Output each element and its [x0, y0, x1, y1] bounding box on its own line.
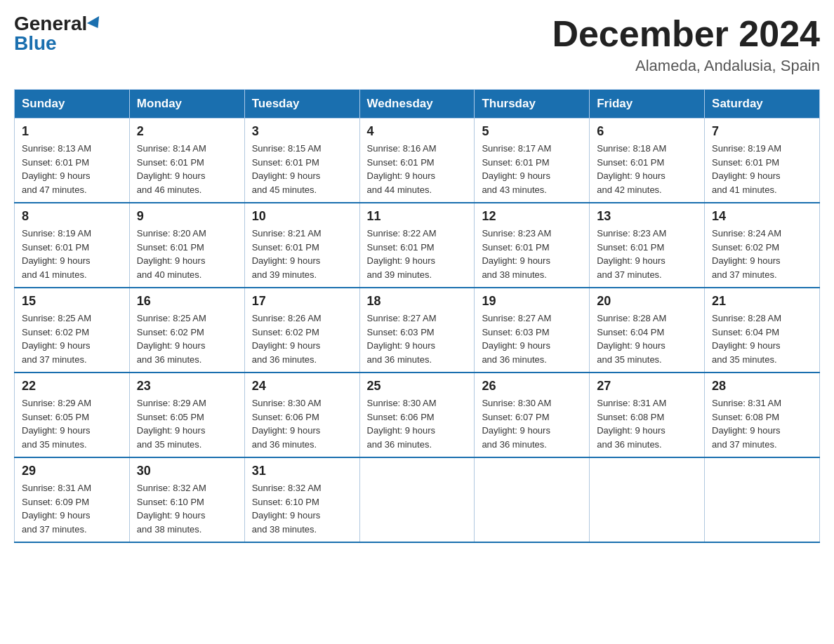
- calendar-cell: 12Sunrise: 8:23 AMSunset: 6:01 PMDayligh…: [475, 203, 590, 288]
- day-number: 6: [597, 124, 697, 139]
- day-info: Sunrise: 8:32 AMSunset: 6:10 PMDaylight:…: [137, 481, 237, 536]
- calendar-cell: 25Sunrise: 8:30 AMSunset: 6:06 PMDayligh…: [359, 373, 475, 457]
- day-info: Sunrise: 8:22 AMSunset: 6:01 PMDaylight:…: [367, 227, 468, 281]
- day-number: 14: [712, 209, 812, 224]
- day-number: 16: [137, 294, 237, 309]
- day-number: 20: [597, 294, 697, 309]
- calendar-cell: 14Sunrise: 8:24 AMSunset: 6:02 PMDayligh…: [705, 203, 820, 288]
- day-info: Sunrise: 8:18 AMSunset: 6:01 PMDaylight:…: [597, 142, 697, 196]
- logo-triangle-icon: [87, 16, 104, 32]
- day-info: Sunrise: 8:24 AMSunset: 6:02 PMDaylight:…: [712, 227, 812, 281]
- calendar-cell: 1Sunrise: 8:13 AMSunset: 6:01 PMDaylight…: [15, 119, 130, 203]
- calendar-cell: 8Sunrise: 8:19 AMSunset: 6:01 PMDaylight…: [15, 203, 130, 288]
- day-number: 15: [22, 294, 122, 309]
- day-info: Sunrise: 8:28 AMSunset: 6:04 PMDaylight:…: [597, 311, 697, 366]
- day-info: Sunrise: 8:14 AMSunset: 6:01 PMDaylight:…: [137, 142, 237, 196]
- calendar-cell: 6Sunrise: 8:18 AMSunset: 6:01 PMDaylight…: [590, 119, 705, 203]
- calendar-cell: 10Sunrise: 8:21 AMSunset: 6:01 PMDayligh…: [244, 203, 359, 288]
- day-info: Sunrise: 8:26 AMSunset: 6:02 PMDaylight:…: [252, 311, 352, 366]
- day-info: Sunrise: 8:16 AMSunset: 6:01 PMDaylight:…: [367, 142, 468, 196]
- calendar-cell: 5Sunrise: 8:17 AMSunset: 6:01 PMDaylight…: [475, 119, 590, 203]
- day-number: 23: [137, 379, 237, 394]
- calendar-cell: 7Sunrise: 8:19 AMSunset: 6:01 PMDaylight…: [705, 119, 820, 203]
- calendar-cell: 9Sunrise: 8:20 AMSunset: 6:01 PMDaylight…: [129, 203, 244, 288]
- day-info: Sunrise: 8:13 AMSunset: 6:01 PMDaylight:…: [22, 142, 122, 196]
- day-number: 17: [252, 294, 352, 309]
- day-number: 7: [712, 124, 812, 139]
- day-number: 5: [482, 124, 582, 139]
- day-number: 26: [482, 379, 582, 394]
- calendar-table: SundayMondayTuesdayWednesdayThursdayFrid…: [14, 89, 820, 543]
- calendar-cell: 16Sunrise: 8:25 AMSunset: 6:02 PMDayligh…: [129, 288, 244, 373]
- day-info: Sunrise: 8:31 AMSunset: 6:08 PMDaylight:…: [597, 396, 697, 451]
- day-info: Sunrise: 8:29 AMSunset: 6:05 PMDaylight:…: [137, 396, 237, 451]
- calendar-cell: 26Sunrise: 8:30 AMSunset: 6:07 PMDayligh…: [475, 373, 590, 457]
- calendar-cell: 3Sunrise: 8:15 AMSunset: 6:01 PMDaylight…: [244, 119, 359, 203]
- day-info: Sunrise: 8:23 AMSunset: 6:01 PMDaylight:…: [482, 227, 582, 281]
- day-number: 1: [22, 124, 122, 139]
- day-info: Sunrise: 8:21 AMSunset: 6:01 PMDaylight:…: [252, 227, 352, 281]
- day-of-week-header: Thursday: [475, 90, 590, 119]
- day-number: 9: [137, 209, 237, 224]
- calendar-cell: [590, 457, 705, 542]
- title-section: December 2024 Alameda, Andalusia, Spain: [552, 14, 820, 75]
- day-number: 12: [482, 209, 582, 224]
- day-number: 30: [137, 464, 237, 478]
- day-of-week-header: Tuesday: [244, 90, 359, 119]
- calendar-cell: 11Sunrise: 8:22 AMSunset: 6:01 PMDayligh…: [359, 203, 475, 288]
- day-of-week-header: Friday: [590, 90, 705, 119]
- day-of-week-header: Sunday: [15, 90, 130, 119]
- calendar-cell: [359, 457, 475, 542]
- calendar-cell: 29Sunrise: 8:31 AMSunset: 6:09 PMDayligh…: [15, 457, 130, 542]
- day-of-week-header: Monday: [129, 90, 244, 119]
- day-info: Sunrise: 8:31 AMSunset: 6:08 PMDaylight:…: [712, 396, 812, 451]
- month-title: December 2024: [552, 14, 820, 54]
- day-info: Sunrise: 8:25 AMSunset: 6:02 PMDaylight:…: [137, 311, 237, 366]
- calendar-week-row: 22Sunrise: 8:29 AMSunset: 6:05 PMDayligh…: [15, 373, 820, 457]
- page-header: General Blue December 2024 Alameda, Anda…: [14, 14, 820, 75]
- calendar-cell: 19Sunrise: 8:27 AMSunset: 6:03 PMDayligh…: [475, 288, 590, 373]
- calendar-cell: 4Sunrise: 8:16 AMSunset: 6:01 PMDaylight…: [359, 119, 475, 203]
- calendar-cell: 31Sunrise: 8:32 AMSunset: 6:10 PMDayligh…: [244, 457, 359, 542]
- calendar-cell: [705, 457, 820, 542]
- calendar-week-row: 29Sunrise: 8:31 AMSunset: 6:09 PMDayligh…: [15, 457, 820, 542]
- day-number: 25: [367, 379, 468, 394]
- calendar-cell: 20Sunrise: 8:28 AMSunset: 6:04 PMDayligh…: [590, 288, 705, 373]
- day-number: 10: [252, 209, 352, 224]
- day-number: 18: [367, 294, 468, 309]
- day-number: 31: [252, 464, 352, 478]
- logo: General Blue: [14, 14, 102, 53]
- location: Alameda, Andalusia, Spain: [552, 57, 820, 75]
- day-info: Sunrise: 8:29 AMSunset: 6:05 PMDaylight:…: [22, 396, 122, 451]
- day-info: Sunrise: 8:19 AMSunset: 6:01 PMDaylight:…: [22, 227, 122, 281]
- calendar-cell: [475, 457, 590, 542]
- day-info: Sunrise: 8:25 AMSunset: 6:02 PMDaylight:…: [22, 311, 122, 366]
- day-number: 2: [137, 124, 237, 139]
- day-number: 21: [712, 294, 812, 309]
- day-number: 3: [252, 124, 352, 139]
- day-info: Sunrise: 8:32 AMSunset: 6:10 PMDaylight:…: [252, 481, 352, 536]
- day-info: Sunrise: 8:31 AMSunset: 6:09 PMDaylight:…: [22, 481, 122, 536]
- calendar-cell: 15Sunrise: 8:25 AMSunset: 6:02 PMDayligh…: [15, 288, 130, 373]
- day-info: Sunrise: 8:19 AMSunset: 6:01 PMDaylight:…: [712, 142, 812, 196]
- day-number: 13: [597, 209, 697, 224]
- calendar-cell: 27Sunrise: 8:31 AMSunset: 6:08 PMDayligh…: [590, 373, 705, 457]
- day-info: Sunrise: 8:23 AMSunset: 6:01 PMDaylight:…: [597, 227, 697, 281]
- calendar-week-row: 8Sunrise: 8:19 AMSunset: 6:01 PMDaylight…: [15, 203, 820, 288]
- calendar-cell: 18Sunrise: 8:27 AMSunset: 6:03 PMDayligh…: [359, 288, 475, 373]
- day-number: 4: [367, 124, 468, 139]
- calendar-cell: 22Sunrise: 8:29 AMSunset: 6:05 PMDayligh…: [15, 373, 130, 457]
- day-number: 24: [252, 379, 352, 394]
- calendar-cell: 21Sunrise: 8:28 AMSunset: 6:04 PMDayligh…: [705, 288, 820, 373]
- day-number: 19: [482, 294, 582, 309]
- calendar-cell: 17Sunrise: 8:26 AMSunset: 6:02 PMDayligh…: [244, 288, 359, 373]
- day-number: 8: [22, 209, 122, 224]
- day-info: Sunrise: 8:20 AMSunset: 6:01 PMDaylight:…: [137, 227, 237, 281]
- calendar-cell: 30Sunrise: 8:32 AMSunset: 6:10 PMDayligh…: [129, 457, 244, 542]
- day-info: Sunrise: 8:30 AMSunset: 6:06 PMDaylight:…: [252, 396, 352, 451]
- logo-general-text: General: [14, 14, 87, 34]
- day-info: Sunrise: 8:27 AMSunset: 6:03 PMDaylight:…: [367, 311, 468, 366]
- calendar-week-row: 1Sunrise: 8:13 AMSunset: 6:01 PMDaylight…: [15, 119, 820, 203]
- calendar-cell: 23Sunrise: 8:29 AMSunset: 6:05 PMDayligh…: [129, 373, 244, 457]
- day-info: Sunrise: 8:28 AMSunset: 6:04 PMDaylight:…: [712, 311, 812, 366]
